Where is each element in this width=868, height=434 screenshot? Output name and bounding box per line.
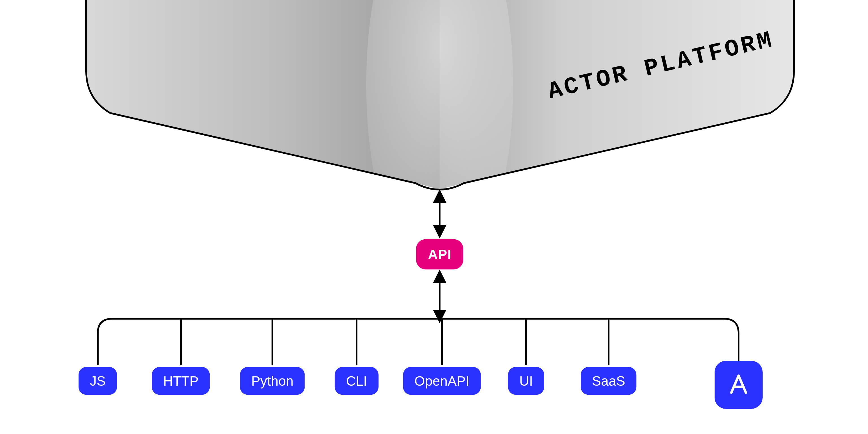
node-saas: SaaS	[581, 367, 636, 395]
node-http: HTTP	[152, 367, 210, 395]
node-js: JS	[79, 367, 117, 395]
apify-logo-icon	[726, 371, 751, 399]
node-ui: UI	[508, 367, 544, 395]
api-node: API	[416, 239, 463, 270]
node-python: Python	[240, 367, 305, 395]
node-apify-icon	[715, 361, 763, 409]
node-openapi: OpenAPI	[403, 367, 481, 395]
node-cli: CLI	[335, 367, 379, 395]
